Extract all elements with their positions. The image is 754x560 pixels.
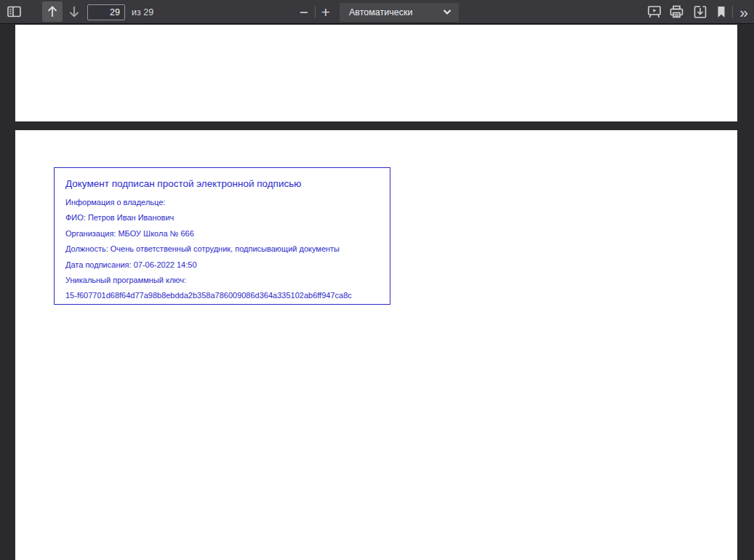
- plus-icon: +: [321, 4, 330, 20]
- signature-position: Должность: Очень ответственный сотрудник…: [65, 241, 379, 257]
- download-icon: [693, 5, 707, 19]
- print-button[interactable]: [666, 1, 686, 22]
- presentation-icon: [647, 5, 662, 18]
- previous-page-button[interactable]: [42, 1, 63, 22]
- signature-owner-info-label: Информация о владельце:: [65, 195, 379, 210]
- signature-organization: Организация: МБОУ Школа № 666: [65, 226, 379, 241]
- minus-icon: −: [300, 4, 308, 20]
- toolbar-separator: [732, 6, 733, 18]
- printer-icon: [670, 5, 683, 18]
- pdf-viewer-area[interactable]: Документ подписан простой электронной по…: [0, 25, 754, 560]
- page-number-input[interactable]: [87, 4, 125, 20]
- bookmark-icon: [716, 6, 726, 18]
- sidebar-toggle-button[interactable]: [4, 1, 24, 22]
- zoom-out-button[interactable]: −: [294, 1, 314, 22]
- chevron-down-icon: [443, 9, 452, 15]
- signature-key-value: 15-f607701d68f64d77a98b8ebdda2b358a78600…: [65, 288, 379, 303]
- download-button[interactable]: [690, 1, 710, 22]
- zoom-in-button[interactable]: +: [316, 1, 336, 22]
- signature-date: Дата подписания: 07-06-2022 14:50: [65, 257, 379, 273]
- arrow-down-icon: [68, 5, 80, 18]
- zoom-select-value: Автоматически: [349, 7, 412, 17]
- presentation-mode-button[interactable]: [644, 1, 665, 22]
- double-chevron-right-icon: »: [739, 4, 748, 20]
- signature-stamp-box: Документ подписан простой электронной по…: [54, 167, 390, 305]
- zoom-select[interactable]: Автоматически: [340, 3, 459, 22]
- sidebar-toggle-icon: [7, 6, 21, 17]
- current-view-button[interactable]: [711, 1, 731, 22]
- pdf-page-29: Документ подписан простой электронной по…: [15, 130, 737, 560]
- pdf-toolbar: из 29 − + Автоматически: [0, 0, 754, 24]
- next-page-button[interactable]: [64, 1, 84, 22]
- signature-title: Документ подписан простой электронной по…: [65, 178, 379, 189]
- signature-key-label: Уникальный программный ключ:: [65, 273, 379, 288]
- more-tools-button[interactable]: »: [735, 1, 753, 22]
- page-count-label: из 29: [132, 0, 153, 24]
- signature-fio: ФИО: Петров Иван Иванович: [65, 210, 379, 225]
- arrow-up-icon: [47, 5, 58, 18]
- pdf-page-28: [15, 25, 737, 121]
